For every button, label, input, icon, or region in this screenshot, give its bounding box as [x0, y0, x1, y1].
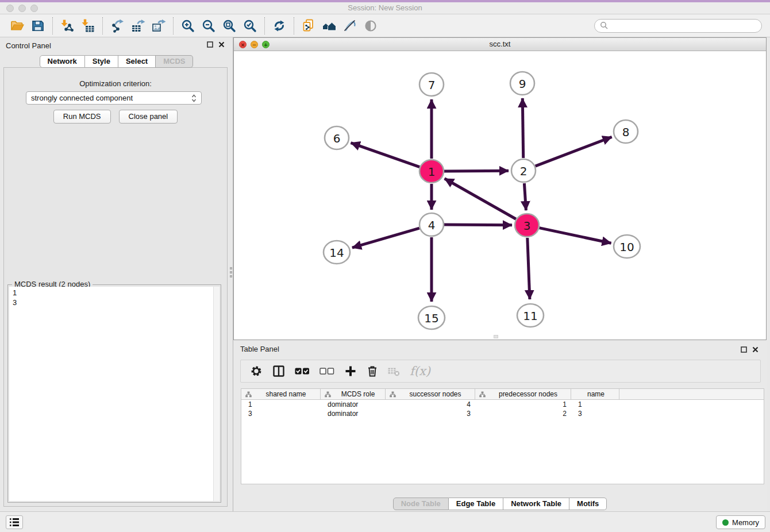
- column-header-successor-nodes[interactable]: successor nodes: [386, 389, 475, 399]
- task-history-button[interactable]: [6, 515, 23, 529]
- export-table-button[interactable]: [128, 17, 148, 35]
- add-row-button[interactable]: [344, 363, 357, 379]
- float-panel-icon[interactable]: [741, 346, 747, 353]
- column-header-name[interactable]: name: [571, 389, 619, 399]
- zoom-fit-button[interactable]: [219, 17, 240, 35]
- column-header-shared-name[interactable]: shared name: [241, 389, 321, 399]
- zoom-selected-button[interactable]: [240, 17, 260, 35]
- graph-node-8[interactable]: 8: [614, 120, 638, 143]
- graph-edge-2-9[interactable]: [522, 98, 523, 158]
- tab-node-table[interactable]: Node Table: [393, 498, 449, 510]
- window-controls[interactable]: [6, 5, 38, 12]
- tab-select[interactable]: Select: [118, 55, 156, 68]
- manage-columns-button[interactable]: [272, 363, 285, 379]
- import-network-button[interactable]: [57, 17, 78, 35]
- graph-edge-3-10[interactable]: [540, 228, 611, 244]
- table-cell[interactable]: dominator: [321, 400, 386, 409]
- deselect-all-button[interactable]: [319, 363, 334, 379]
- save-session-button[interactable]: [28, 17, 48, 35]
- svg-text:7: 7: [428, 78, 436, 92]
- graph-node-6[interactable]: 6: [325, 126, 349, 149]
- close-panel-button[interactable]: Close panel: [119, 110, 178, 124]
- column-header-predecessor-nodes[interactable]: predecessor nodes: [475, 389, 571, 399]
- tab-edge-table[interactable]: Edge Table: [449, 498, 503, 510]
- import-table-button[interactable]: [78, 17, 98, 35]
- tab-mcds[interactable]: MCDS: [156, 55, 193, 68]
- graph-edge-2-8[interactable]: [536, 137, 612, 166]
- graph-edge-3-1[interactable]: [445, 179, 516, 219]
- graph-node-7[interactable]: 7: [419, 73, 444, 96]
- svg-text:3: 3: [523, 219, 531, 233]
- minimize-window-button[interactable]: [18, 5, 26, 12]
- panel-splitter[interactable]: [229, 261, 233, 283]
- graph-node-9[interactable]: 9: [510, 72, 534, 95]
- tab-network[interactable]: Network: [40, 55, 85, 68]
- close-window-button[interactable]: [6, 5, 14, 12]
- duplicate-network-button[interactable]: [298, 17, 319, 35]
- table-cell[interactable]: 3: [571, 409, 619, 418]
- table-cell[interactable]: dominator: [321, 409, 386, 418]
- table-row[interactable]: 1dominator411: [241, 400, 764, 409]
- graph-node-10[interactable]: 10: [614, 235, 640, 258]
- canvas-resize-grip[interactable]: [494, 335, 498, 338]
- delete-row-button[interactable]: [367, 363, 378, 379]
- graph-node-14[interactable]: 14: [324, 241, 350, 264]
- graph-edge-4-14[interactable]: [352, 228, 419, 248]
- maximize-window-button[interactable]: [30, 5, 38, 12]
- graph-node-15[interactable]: 15: [418, 306, 445, 329]
- delete-table-button[interactable]: [388, 363, 400, 379]
- table-cell[interactable]: 1: [571, 400, 619, 409]
- network-canvas[interactable]: 7968124314101511: [234, 51, 766, 340]
- table-cell[interactable]: 4: [386, 400, 475, 409]
- graph-edge-3-11[interactable]: [528, 238, 530, 299]
- zoom-in-button[interactable]: [178, 17, 198, 35]
- graph-node-4[interactable]: 4: [419, 213, 444, 236]
- optimization-criterion-label: Optimization criterion:: [4, 79, 227, 88]
- table-cell[interactable]: 2: [475, 409, 571, 418]
- apply-function-button[interactable]: f(x): [410, 363, 430, 379]
- home-layout-button[interactable]: [319, 17, 340, 35]
- float-panel-icon[interactable]: [207, 41, 213, 48]
- graph-node-2[interactable]: 2: [511, 159, 536, 182]
- graph-node-11[interactable]: 11: [517, 304, 544, 327]
- mcds-result-text[interactable]: 1 3: [9, 287, 213, 501]
- search-field[interactable]: [594, 19, 762, 33]
- export-image-button[interactable]: [148, 17, 169, 35]
- network-minimize-button[interactable]: −: [251, 41, 258, 48]
- table-settings-button[interactable]: [250, 363, 263, 379]
- column-header-mcds-role[interactable]: MCDS role: [321, 389, 386, 399]
- zoom-out-button[interactable]: [198, 17, 219, 35]
- graph-edge-1-2[interactable]: [444, 171, 509, 171]
- table-cell[interactable]: 3: [386, 409, 475, 418]
- tab-style[interactable]: Style: [85, 55, 118, 68]
- toolbar-separator: [173, 17, 174, 34]
- close-panel-icon[interactable]: [218, 41, 225, 48]
- tab-motifs[interactable]: Motifs: [569, 498, 607, 510]
- export-network-button[interactable]: [107, 17, 128, 35]
- network-close-button[interactable]: ×: [239, 41, 247, 48]
- refresh-view-button[interactable]: [269, 17, 290, 35]
- table-cell[interactable]: 3: [241, 409, 321, 418]
- table-cell[interactable]: 1: [475, 400, 571, 409]
- birds-eye-view-button[interactable]: [360, 17, 381, 35]
- table-cell[interactable]: 1: [241, 400, 321, 409]
- network-maximize-button[interactable]: +: [262, 41, 270, 48]
- close-panel-icon[interactable]: [752, 346, 759, 353]
- graph-edge-2-3[interactable]: [524, 183, 526, 210]
- memory-button[interactable]: Memory: [716, 515, 765, 529]
- select-all-button[interactable]: [295, 363, 310, 379]
- graph-node-3[interactable]: 3: [515, 214, 539, 237]
- search-input[interactable]: [609, 21, 756, 30]
- column-type-icon: [390, 391, 396, 398]
- graph-node-1[interactable]: 1: [419, 160, 444, 183]
- result-scrollbar[interactable]: [213, 287, 220, 501]
- table-row[interactable]: 3dominator323: [241, 409, 764, 418]
- criterion-dropdown[interactable]: strongly connected component: [26, 91, 202, 105]
- open-session-button[interactable]: [7, 17, 28, 35]
- graph-edge-4-3[interactable]: [444, 225, 512, 225]
- graphics-details-button[interactable]: [340, 17, 360, 35]
- graph-edge-1-6[interactable]: [351, 143, 420, 167]
- network-window-titlebar[interactable]: × − + scc.txt: [234, 38, 766, 51]
- run-mcds-button[interactable]: Run MCDS: [53, 110, 111, 124]
- tab-network-table[interactable]: Network Table: [503, 498, 569, 510]
